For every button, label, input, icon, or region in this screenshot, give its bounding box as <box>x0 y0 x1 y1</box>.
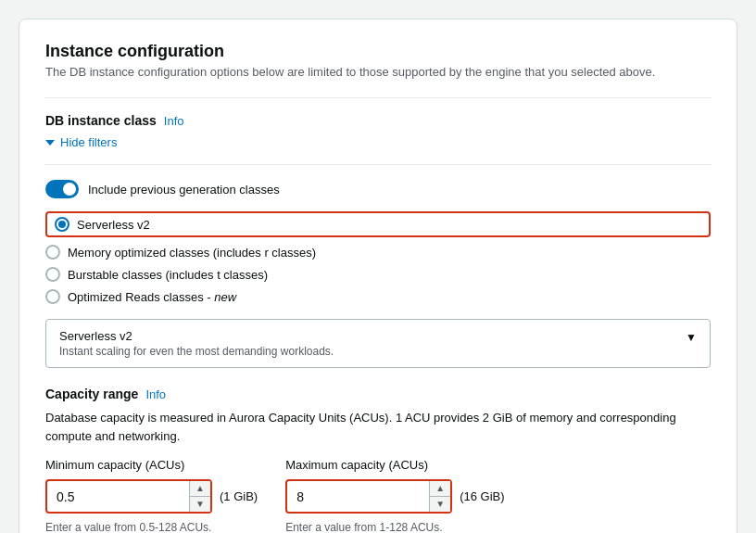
divider-2 <box>45 164 711 165</box>
max-capacity-field: Maximum capacity (ACUs) ▲ ▼ (16 GiB) Ent… <box>285 458 504 533</box>
min-capacity-label: Minimum capacity (ACUs) <box>45 458 258 472</box>
capacity-range-label: Capacity range <box>45 387 138 401</box>
hide-filters-row[interactable]: Hide filters <box>45 135 711 149</box>
prev-gen-toggle[interactable] <box>45 180 79 198</box>
divider-1 <box>45 97 711 98</box>
min-capacity-hint: Enter a value from 0.5-128 ACUs. <box>45 521 258 533</box>
db-instance-class-info-link[interactable]: Info <box>164 114 184 128</box>
db-instance-class-label-row: DB instance class Info <box>45 113 711 128</box>
section-description: The DB instance configuration options be… <box>45 65 711 79</box>
min-capacity-up-btn[interactable]: ▲ <box>190 481 210 497</box>
prev-gen-toggle-row: Include previous generation classes <box>45 180 711 198</box>
min-capacity-spinner: ▲ ▼ <box>189 481 210 512</box>
max-capacity-input-wrapper: ▲ ▼ <box>285 479 452 514</box>
radio-circle-optimized-reads <box>45 289 60 304</box>
max-capacity-up-btn[interactable]: ▲ <box>430 481 450 497</box>
radio-circle-memory-optimized <box>45 245 60 260</box>
radio-option-serverless-v2[interactable]: Serverless v2 <box>45 211 711 237</box>
prev-gen-toggle-label: Include previous generation classes <box>88 183 280 197</box>
db-instance-class-label: DB instance class <box>45 113 157 128</box>
dropdown-main-text: Serverless v2 <box>59 329 334 343</box>
min-capacity-unit: (1 GiB) <box>220 489 258 503</box>
radio-label-memory-optimized: Memory optimized classes (includes r cla… <box>68 246 316 260</box>
max-capacity-input[interactable] <box>287 484 429 510</box>
dropdown-arrow-icon: ▼ <box>686 331 697 344</box>
triangle-icon <box>45 140 55 146</box>
hide-filters-label[interactable]: Hide filters <box>60 135 117 149</box>
min-capacity-input[interactable] <box>47 484 189 510</box>
dropdown-sub-text: Instant scaling for even the most demand… <box>59 345 334 358</box>
max-capacity-spinner: ▲ ▼ <box>429 481 450 512</box>
radio-label-burstable: Burstable classes (includes t classes) <box>68 268 268 282</box>
instance-class-dropdown[interactable]: Serverless v2 Instant scaling for even t… <box>45 319 711 368</box>
capacity-description: Database capacity is measured in Aurora … <box>45 409 711 445</box>
max-capacity-down-btn[interactable]: ▼ <box>430 497 450 512</box>
radio-option-burstable[interactable]: Burstable classes (includes t classes) <box>45 267 711 282</box>
radio-option-optimized-reads[interactable]: Optimized Reads classes - new <box>45 289 711 304</box>
capacity-range-label-row: Capacity range Info <box>45 387 711 401</box>
max-capacity-hint: Enter a value from 1-128 ACUs. <box>285 521 504 533</box>
min-capacity-field: Minimum capacity (ACUs) ▲ ▼ (1 GiB) Ente… <box>45 458 258 533</box>
max-capacity-input-row: ▲ ▼ (16 GiB) <box>285 479 504 514</box>
section-title: Instance configuration <box>45 42 711 61</box>
min-capacity-input-wrapper: ▲ ▼ <box>45 479 212 514</box>
radio-group: Serverless v2 Memory optimized classes (… <box>45 211 711 304</box>
capacity-inputs-row: Minimum capacity (ACUs) ▲ ▼ (1 GiB) Ente… <box>45 458 711 533</box>
radio-circle-serverless-v2 <box>55 217 69 232</box>
instance-configuration-card: Instance configuration The DB instance c… <box>19 19 737 533</box>
capacity-range-info-link[interactable]: Info <box>145 387 166 401</box>
radio-label-optimized-reads: Optimized Reads classes - new <box>68 290 236 304</box>
max-capacity-unit: (16 GiB) <box>460 489 504 503</box>
min-capacity-down-btn[interactable]: ▼ <box>190 497 210 512</box>
radio-option-memory-optimized[interactable]: Memory optimized classes (includes r cla… <box>45 245 711 260</box>
max-capacity-label: Maximum capacity (ACUs) <box>285 458 504 472</box>
dropdown-content: Serverless v2 Instant scaling for even t… <box>59 329 334 358</box>
min-capacity-input-row: ▲ ▼ (1 GiB) <box>45 479 258 514</box>
radio-circle-burstable <box>45 267 60 282</box>
radio-label-serverless-v2: Serverless v2 <box>77 218 150 232</box>
